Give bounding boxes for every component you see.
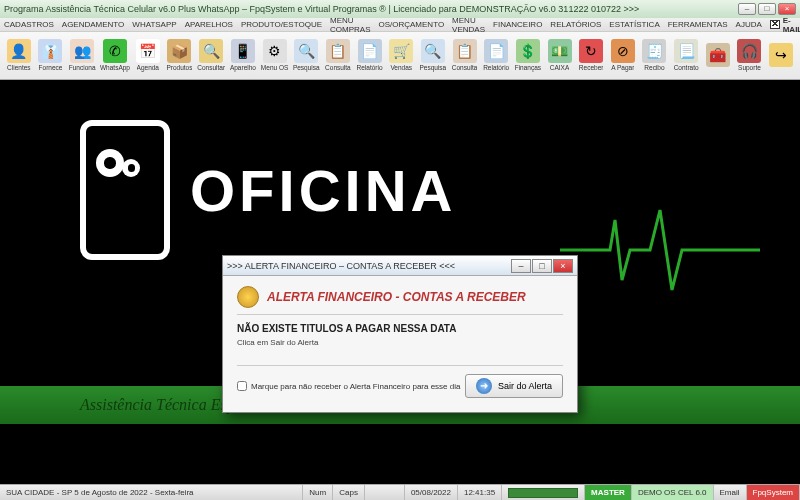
toolbar-clientes[interactable]: 👤Clientes <box>4 34 34 78</box>
Relatório-icon: 📄 <box>484 39 508 63</box>
dialog-message: NÃO EXISTE TITULOS A PAGAR NESSA DATA <box>237 323 563 334</box>
dialog-instruction: Clica em Sair do Alerta <box>237 338 563 347</box>
status-time: 12:41:35 <box>458 485 502 500</box>
menu-os[interactable]: OS/ORÇAMENTO <box>378 20 444 29</box>
status-caps: Caps <box>333 485 365 500</box>
menu-whatsapp[interactable]: WHATSAPP <box>132 20 176 29</box>
toolbar-produtos[interactable]: 📦Produtos <box>165 34 195 78</box>
tool-icon: 🧰 <box>706 43 730 67</box>
toolbar-suporte[interactable]: 🎧Suporte <box>735 34 765 78</box>
toolbar-label: Pesquisa <box>420 65 447 72</box>
menu-relatorios[interactable]: RELATÓRIOS <box>550 20 601 29</box>
toolbar: 👤Clientes👔Fornece👥Funciona✆WhatsApp📅Agen… <box>0 32 800 80</box>
toolbar-a pagar[interactable]: ⊘A Pagar <box>608 34 638 78</box>
toolbar-label: Receber <box>579 65 604 72</box>
toolbar-btn22[interactable]: 🧰 <box>703 34 733 78</box>
toolbar-label: Relatório <box>357 65 383 72</box>
gear-icon <box>122 159 140 177</box>
dialog-titlebar: >>> ALERTA FINANCEIRO – CONTAS A RECEBER… <box>223 256 577 276</box>
toolbar-receber[interactable]: ↻Receber <box>576 34 606 78</box>
menu-cadastros[interactable]: CADASTROS <box>4 20 54 29</box>
toolbar-fornece[interactable]: 👔Fornece <box>36 34 66 78</box>
window-title: Programa Assistência Técnica Celular v6.… <box>4 4 639 14</box>
dialog-title: >>> ALERTA FINANCEIRO – CONTAS A RECEBER… <box>227 261 455 271</box>
Fornece-icon: 👔 <box>38 39 62 63</box>
menu-produto[interactable]: PRODUTO/ESTOQUE <box>241 20 322 29</box>
tool-icon: ↪ <box>769 43 793 67</box>
Vendas-icon: 🛒 <box>389 39 413 63</box>
menu-financeiro[interactable]: FINANCEIRO <box>493 20 542 29</box>
close-button[interactable]: × <box>778 3 796 15</box>
toolbar-label: Contrato <box>674 65 699 72</box>
A Pagar-icon: ⊘ <box>611 39 635 63</box>
toolbar-label: Suporte <box>738 65 761 72</box>
alert-dialog: >>> ALERTA FINANCEIRO – CONTAS A RECEBER… <box>222 255 578 413</box>
toolbar-label: Vendas <box>390 65 412 72</box>
toolbar-label: Agenda <box>137 65 159 72</box>
toolbar-relatório[interactable]: 📄Relatório <box>355 34 385 78</box>
toolbar-label: Aparelho <box>230 65 256 72</box>
window-titlebar: Programa Assistência Técnica Celular v6.… <box>0 0 800 18</box>
dialog-minimize-button[interactable]: – <box>511 259 531 273</box>
status-location: SUA CIDADE - SP 5 de Agosto de 2022 - Se… <box>0 485 303 500</box>
toolbar-consultar[interactable]: 🔍Consultar <box>196 34 226 78</box>
toolbar-menu os[interactable]: ⚙Menu OS <box>260 34 290 78</box>
toolbar-pesquisa[interactable]: 🔍Pesquisa <box>418 34 448 78</box>
toolbar-label: A Pagar <box>611 65 634 72</box>
menu-email[interactable]: E-MAIL <box>770 16 800 34</box>
toolbar-label: WhatsApp <box>100 65 130 72</box>
suppress-alert-input[interactable] <box>237 381 247 391</box>
menubar: CADASTROS AGENDAMENTO WHATSAPP APARELHOS… <box>0 18 800 32</box>
maximize-button[interactable]: □ <box>758 3 776 15</box>
toolbar-btn24[interactable]: ↪ <box>766 34 796 78</box>
Suporte-icon: 🎧 <box>737 39 761 63</box>
toolbar-caixa[interactable]: 💵CAIXA <box>545 34 575 78</box>
status-num: Num <box>303 485 333 500</box>
menu-estatistica[interactable]: ESTATÍSTICA <box>609 20 659 29</box>
Pesquisa-icon: 🔍 <box>294 39 318 63</box>
menu-ferramentas[interactable]: FERRAMENTAS <box>668 20 728 29</box>
toolbar-whatsapp[interactable]: ✆WhatsApp <box>99 34 131 78</box>
toolbar-label: Fornece <box>39 65 63 72</box>
Finanças-icon: 💲 <box>516 39 540 63</box>
toolbar-pesquisa[interactable]: 🔍Pesquisa <box>291 34 321 78</box>
toolbar-label: Consultar <box>197 65 225 72</box>
menu-vendas[interactable]: MENU VENDAS <box>452 16 485 34</box>
toolbar-vendas[interactable]: 🛒Vendas <box>386 34 416 78</box>
dialog-maximize-button[interactable]: □ <box>532 259 552 273</box>
toolbar-relatório[interactable]: 📄Relatório <box>481 34 511 78</box>
toolbar-agenda[interactable]: 📅Agenda <box>133 34 163 78</box>
toolbar-funciona[interactable]: 👥Funciona <box>67 34 97 78</box>
toolbar-finanças[interactable]: 💲Finanças <box>513 34 543 78</box>
minimize-button[interactable]: – <box>738 3 756 15</box>
Funciona-icon: 👥 <box>70 39 94 63</box>
arrow-icon: ➜ <box>476 378 492 394</box>
dialog-header: ALERTA FINANCEIRO - CONTAS A RECEBER <box>267 290 526 304</box>
exit-alert-button[interactable]: ➜ Sair do Alerta <box>465 374 563 398</box>
Receber-icon: ↻ <box>579 39 603 63</box>
statusbar: SUA CIDADE - SP 5 de Agosto de 2022 - Se… <box>0 484 800 500</box>
menu-aparelhos[interactable]: APARELHOS <box>185 20 233 29</box>
menu-ajuda[interactable]: AJUDA <box>736 20 762 29</box>
Clientes-icon: 👤 <box>7 39 31 63</box>
toolbar-contrato[interactable]: 📃Contrato <box>671 34 701 78</box>
WhatsApp-icon: ✆ <box>103 39 127 63</box>
menu-agendamento[interactable]: AGENDAMENTO <box>62 20 125 29</box>
menu-compras[interactable]: MENU COMPRAS <box>330 16 370 34</box>
toolbar-label: Menu OS <box>261 65 288 72</box>
Agenda-icon: 📅 <box>136 39 160 63</box>
toolbar-label: Relatório <box>483 65 509 72</box>
coin-icon <box>237 286 259 308</box>
status-email[interactable]: Email <box>714 485 747 500</box>
status-brand[interactable]: FpqSystem <box>747 485 800 500</box>
dialog-close-button[interactable]: × <box>553 259 573 273</box>
brand-title: OFICINA <box>190 157 456 224</box>
toolbar-consulta[interactable]: 📋Consulta <box>323 34 353 78</box>
toolbar-label: Consulta <box>452 65 478 72</box>
toolbar-recibo[interactable]: 🧾Recibo <box>640 34 670 78</box>
suppress-alert-checkbox[interactable]: Marque para não receber o Alerta Finance… <box>237 381 460 391</box>
toolbar-consulta[interactable]: 📋Consulta <box>450 34 480 78</box>
toolbar-aparelho[interactable]: 📱Aparelho <box>228 34 258 78</box>
window-controls: – □ × <box>738 3 796 15</box>
Produtos-icon: 📦 <box>167 39 191 63</box>
